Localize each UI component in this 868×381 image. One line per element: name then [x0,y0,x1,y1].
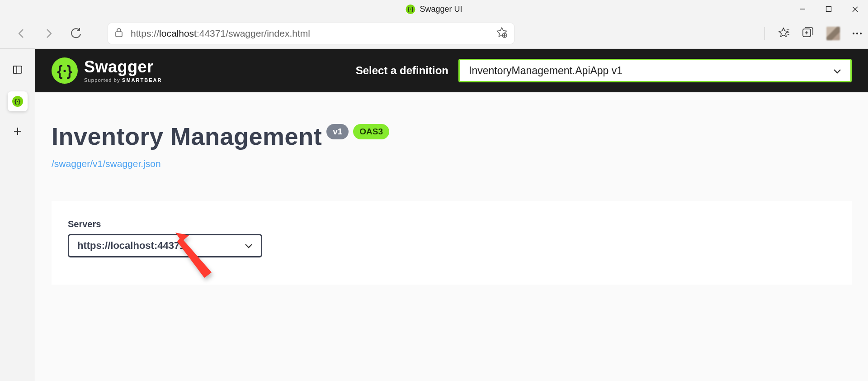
definition-select-value: InventoryManagement.ApiApp v1 [469,65,623,77]
definition-select-label: Select a definition [356,64,448,77]
oas-badge: OAS3 [353,124,389,139]
profile-avatar[interactable] [826,27,840,40]
reload-button[interactable] [67,24,85,43]
svg-rect-14 [14,66,22,73]
collections-icon[interactable] [802,27,814,40]
swagger-supported-by: Supported by SMARTBEAR [84,78,162,83]
swagger-logo: {·} Swagger Supported by SMARTBEAR [52,57,162,84]
add-favorite-icon[interactable] [496,27,508,40]
address-bar[interactable]: https://localhost:44371/swagger/index.ht… [108,23,514,44]
server-select-value: https://localhost:44371 [77,240,185,252]
toolbar-separator [764,27,765,40]
tab-actions-button[interactable] [8,61,28,81]
window-title-text: Swagger UI [420,5,462,14]
favorites-icon[interactable] [778,27,789,40]
swagger-topbar: {·} Swagger Supported by SMARTBEAR Selec… [35,49,868,92]
window-maximize-button[interactable] [816,0,842,18]
window-minimize-button[interactable] [789,0,816,18]
browser-toolbar: https://localhost:44371/swagger/index.ht… [0,18,868,49]
nav-forward-button[interactable] [40,24,58,43]
servers-label: Servers [68,219,835,229]
nav-back-button[interactable] [13,24,31,43]
more-menu-button[interactable] [853,33,862,34]
chevron-down-icon [245,240,253,252]
svg-rect-15 [14,66,17,73]
page-viewport: {·} Swagger Supported by SMARTBEAR Selec… [35,49,868,381]
swagger-favicon-icon: {·} [406,5,415,14]
definition-select[interactable]: InventoryManagement.ApiApp v1 [458,59,852,82]
window-title: {·} Swagger UI [406,5,462,14]
api-title: Inventory Management [52,122,322,150]
chevron-down-icon [833,65,841,77]
swagger-brand: Swagger [84,59,162,75]
swagger-info: Inventory Management v1 OAS3 /swagger/v1… [35,92,868,303]
vertical-tab-strip: {·} [0,49,35,381]
svg-rect-4 [116,32,122,37]
swagger-logo-icon: {·} [52,57,78,84]
window-close-button[interactable] [842,0,868,18]
window-titlebar: {·} Swagger UI [0,0,868,18]
swagger-tab-icon: {·} [12,96,23,107]
new-tab-button[interactable] [8,122,28,142]
lock-icon [114,28,123,39]
server-select[interactable]: https://localhost:44371 [68,234,262,257]
version-badge: v1 [326,124,349,139]
url-text: https://localhost:44371/swagger/index.ht… [131,28,310,39]
spec-link[interactable]: /swagger/v1/swagger.json [52,158,852,169]
tab-swagger[interactable]: {·} [8,91,28,111]
svg-rect-1 [826,7,831,12]
